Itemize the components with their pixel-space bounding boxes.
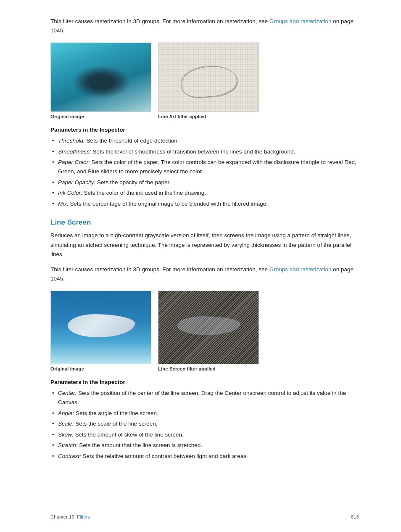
list-item: Skew: Sets the amount of skew of the lin… [50,430,359,439]
groups-rasterization-link-2[interactable]: Groups and rasterization [269,266,332,273]
stingray-lineart-image [158,42,259,112]
list-item: Smoothness: Sets the level of smoothness… [50,147,359,156]
list-item: Contrast: Sets the relative amount of co… [50,452,359,461]
line-screen-images-row: Original image Line Screen filter applie… [50,291,359,371]
chapter-text: Chapter 19 [50,514,74,519]
groups-rasterization-link-1[interactable]: Groups and rasterization [269,18,332,24]
line-art-images-row: Original image Line Art filter applied [50,42,359,119]
chapter-label: Chapter 19 Filters [50,514,90,519]
list-item: Paper Color: Sets the color of the paper… [50,158,359,176]
list-item: Mix: Sets the percentage of the original… [50,199,359,209]
filters-link[interactable]: Filters [77,514,90,519]
stingray-lineart-block: Line Art filter applied [158,42,259,119]
stingray-original-image [50,42,151,112]
stingray-lineart-caption: Line Art filter applied [158,114,206,119]
line-screen-heading: Line Screen [50,218,359,227]
list-item: Threshold: Sets the threshold of edge de… [50,136,359,146]
page-content: This filter causes rasterization in 3D g… [0,0,401,490]
params-heading-2: Parameters in the Inspector [50,379,359,385]
intro-paragraph-1: This filter causes rasterization in 3D g… [50,17,359,35]
list-item: Ink Color: Sets the color of the ink use… [50,188,359,198]
stingray-original-block: Original image [50,42,151,119]
list-item: Scale: Sets the scale of the line screen… [50,419,359,429]
shark-original-image [50,291,151,364]
shark-linescreen-image [158,291,259,364]
page-number: 813 [351,514,359,519]
page-footer: Chapter 19 Filters 813 [0,514,401,519]
list-item: Stretch: Sets the amount that the line s… [50,441,359,450]
shark-original-caption: Original image [50,366,84,371]
params-heading-1: Parameters in the Inspector [50,127,359,133]
intro-paragraph-2: This filter causes rasterization in 3D g… [50,265,359,283]
list-item: Center: Sets the position of the center … [50,389,359,407]
line-screen-params-list: Center: Sets the position of the center … [50,389,359,461]
shark-linescreen-caption: Line Screen filter applied [158,366,216,371]
line-art-params-list: Threshold: Sets the threshold of edge de… [50,136,359,208]
list-item: Paper Opacity: Sets the opacity of the p… [50,178,359,187]
line-screen-description: Reduces an image to a high-contrast gray… [50,231,359,259]
shark-original-block: Original image [50,291,151,371]
list-item: Angle: Sets the angle of the line screen… [50,409,359,418]
shark-linescreen-block: Line Screen filter applied [158,291,259,371]
stingray-original-caption: Original image [50,114,84,119]
